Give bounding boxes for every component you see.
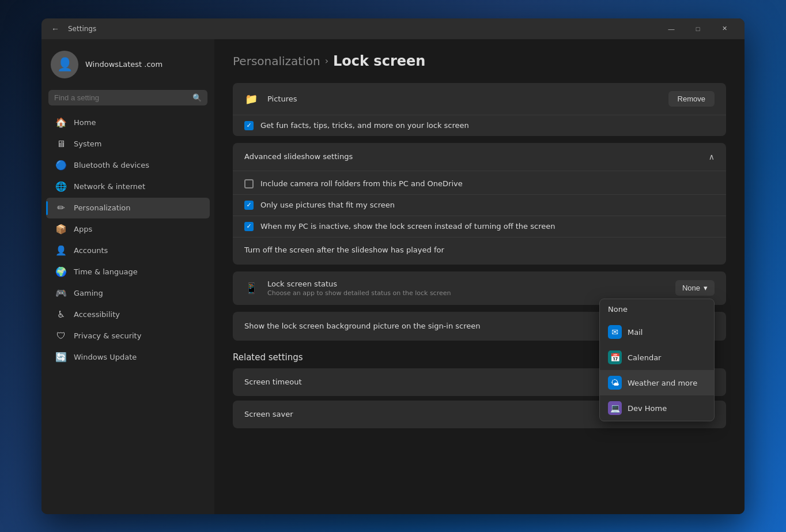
sidebar-item-gaming[interactable]: 🎮 Gaming xyxy=(46,283,210,304)
sidebar-item-accounts[interactable]: 👤 Accounts xyxy=(46,240,210,261)
chevron-down-icon: ▾ xyxy=(704,284,708,292)
sidebar: 👤 WindowsLatest .com 🔍 🏠 Home 🖥 System 🔵… xyxy=(41,39,214,514)
slideshow-header[interactable]: Advanced slideshow settings ∧ xyxy=(233,143,726,171)
camera-roll-checkbox[interactable] xyxy=(244,179,254,188)
page-title: Lock screen xyxy=(333,53,425,69)
bluetooth-icon: 🔵 xyxy=(55,160,67,171)
camera-roll-label: Include camera roll folders from this PC… xyxy=(260,179,715,188)
sidebar-item-label: Apps xyxy=(74,225,92,233)
sidebar-item-update[interactable]: 🔄 Windows Update xyxy=(46,347,210,368)
sidebar-item-label: Privacy & security xyxy=(74,331,141,340)
breadcrumb-parent[interactable]: Personalization xyxy=(233,54,320,68)
sidebar-item-apps[interactable]: 📦 Apps xyxy=(46,219,210,240)
dropdown-trigger-button[interactable]: None ▾ xyxy=(675,280,715,296)
breadcrumb: Personalization › Lock screen xyxy=(233,53,726,69)
lock-status-icon: 📱 xyxy=(244,282,258,294)
personalization-icon: ✏️ xyxy=(55,202,67,214)
sidebar-item-time[interactable]: 🌍 Time & language xyxy=(46,262,210,282)
sidebar-item-label: Accessibility xyxy=(74,310,120,319)
fun-facts-checkbox[interactable]: ✓ xyxy=(244,121,254,130)
none-label: None xyxy=(608,305,628,314)
sidebar-item-label: System xyxy=(74,139,101,148)
breadcrumb-separator: › xyxy=(325,55,328,66)
time-icon: 🌍 xyxy=(55,266,67,278)
fit-screen-label: Only use pictures that fit my screen xyxy=(260,201,715,209)
dropdown-menu: None ✉ Mail 📅 Calendar 🌤 xyxy=(599,299,715,421)
slideshow-header-label: Advanced slideshow settings xyxy=(244,152,709,161)
dropdown-item-none[interactable]: None xyxy=(600,299,714,319)
profile-section: 👤 WindowsLatest .com xyxy=(41,46,214,88)
weather-label: Weather and more xyxy=(628,379,697,387)
inactive-show-lockscreen-row: ✓ When my PC is inactive, show the lock … xyxy=(233,216,726,237)
fit-screen-checkbox[interactable]: ✓ xyxy=(244,201,254,210)
fun-facts-row: ✓ Get fun facts, tips, tricks, and more … xyxy=(233,115,726,136)
lock-status-section: 📱 Lock screen status Choose an app to sh… xyxy=(233,271,726,305)
dropdown-item-devhome[interactable]: 💻 Dev Home xyxy=(600,395,714,421)
sidebar-item-label: Network & internet xyxy=(74,182,145,191)
folder-icon: 📁 xyxy=(244,93,258,105)
sidebar-item-label: Bluetooth & devices xyxy=(74,161,149,169)
slideshow-content: Include camera roll folders from this PC… xyxy=(233,171,726,265)
search-box[interactable]: 🔍 xyxy=(48,90,207,105)
weather-icon: 🌤 xyxy=(608,376,622,390)
gaming-icon: 🎮 xyxy=(55,288,67,299)
window-title: Settings xyxy=(68,25,652,33)
inactive-label: When my PC is inactive, show the lock sc… xyxy=(260,222,715,231)
fun-facts-label: Get fun facts, tips, tricks, and more on… xyxy=(260,121,715,130)
pictures-label: Pictures xyxy=(267,95,659,103)
profile-name: WindowsLatest .com xyxy=(85,60,163,69)
sidebar-item-label: Personalization xyxy=(74,203,131,212)
dropdown-current-value: None xyxy=(682,284,700,292)
update-icon: 🔄 xyxy=(55,352,67,363)
search-input[interactable] xyxy=(54,93,188,102)
dropdown-item-mail[interactable]: ✉ Mail xyxy=(600,319,714,345)
window-controls: — □ ✕ xyxy=(658,18,738,39)
sidebar-item-privacy[interactable]: 🛡 Privacy & security xyxy=(46,326,210,346)
sidebar-item-accessibility[interactable]: ♿ Accessibility xyxy=(46,304,210,325)
sidebar-item-label: Home xyxy=(74,118,96,127)
devhome-icon: 💻 xyxy=(608,401,622,415)
titlebar: ← Settings — □ ✕ xyxy=(41,18,745,39)
accounts-icon: 👤 xyxy=(55,245,67,256)
content-area: 👤 WindowsLatest .com 🔍 🏠 Home 🖥 System 🔵… xyxy=(41,39,745,514)
chevron-up-icon: ∧ xyxy=(709,152,715,161)
calendar-label: Calendar xyxy=(628,353,661,362)
sidebar-item-label: Windows Update xyxy=(74,353,137,361)
sidebar-item-personalization[interactable]: ✏️ Personalization xyxy=(46,198,210,218)
close-button[interactable]: ✕ xyxy=(711,18,738,39)
sidebar-item-label: Accounts xyxy=(74,246,108,255)
dropdown-item-weather[interactable]: 🌤 Weather and more xyxy=(600,370,714,395)
sidebar-item-label: Time & language xyxy=(74,267,138,276)
sidebar-item-system[interactable]: 🖥 System xyxy=(46,134,210,154)
lock-status-dropdown[interactable]: None ▾ None ✉ Mail 📅 xyxy=(675,280,715,296)
devhome-label: Dev Home xyxy=(628,404,667,413)
sidebar-item-network[interactable]: 🌐 Network & internet xyxy=(46,176,210,197)
fit-screen-row: ✓ Only use pictures that fit my screen xyxy=(233,195,726,216)
inactive-checkbox[interactable]: ✓ xyxy=(244,222,254,231)
sidebar-item-bluetooth[interactable]: 🔵 Bluetooth & devices xyxy=(46,155,210,176)
sidebar-item-home[interactable]: 🏠 Home xyxy=(46,112,210,133)
sidebar-item-label: Gaming xyxy=(74,289,103,297)
network-icon: 🌐 xyxy=(55,181,67,193)
search-icon: 🔍 xyxy=(192,93,202,102)
lock-status-text: Lock screen status Choose an app to show… xyxy=(267,280,666,297)
avatar: 👤 xyxy=(51,51,78,78)
accessibility-icon: ♿ xyxy=(55,309,67,320)
home-icon: 🏠 xyxy=(55,117,67,129)
slideshow-section: Advanced slideshow settings ∧ Include ca… xyxy=(233,143,726,265)
system-icon: 🖥 xyxy=(55,138,67,150)
remove-button[interactable]: Remove xyxy=(668,91,715,107)
calendar-icon: 📅 xyxy=(608,350,622,364)
minimize-button[interactable]: — xyxy=(658,18,685,39)
turn-off-row: Turn off the screen after the slideshow … xyxy=(233,237,726,262)
lock-status-label: Lock screen status xyxy=(267,280,666,288)
lock-status-row: 📱 Lock screen status Choose an app to sh… xyxy=(233,271,726,305)
lock-status-sublabel: Choose an app to show detailed status on… xyxy=(267,289,666,297)
pictures-row: 📁 Pictures Remove xyxy=(233,83,726,115)
main-content: Personalization › Lock screen 📁 Pictures… xyxy=(214,39,745,514)
settings-window: ← Settings — □ ✕ 👤 WindowsLatest .com 🔍 … xyxy=(41,18,745,514)
dropdown-item-calendar[interactable]: 📅 Calendar xyxy=(600,345,714,370)
back-button[interactable]: ← xyxy=(48,22,62,36)
mail-label: Mail xyxy=(628,328,643,337)
maximize-button[interactable]: □ xyxy=(685,18,711,39)
